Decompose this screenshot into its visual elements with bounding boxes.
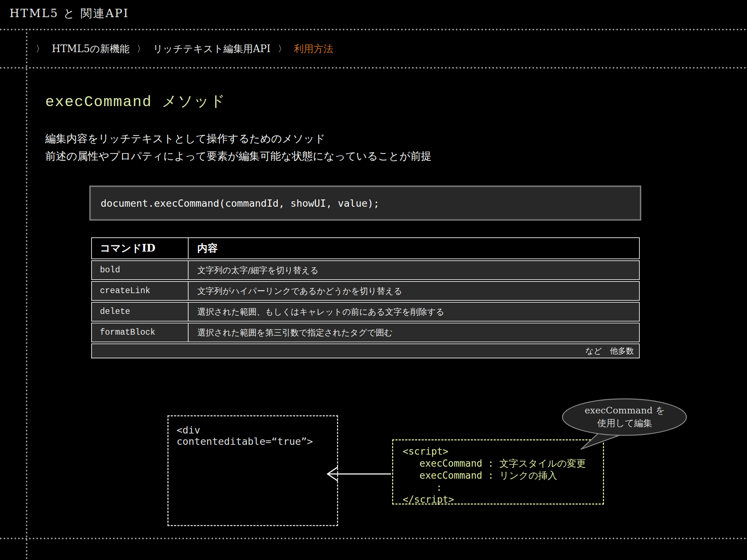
code-snippet-text: document.execCommand(commandId, showUI, … [90, 198, 379, 209]
table-header-command-id: コマンドID [92, 238, 189, 258]
speech-bubble-text: execCommand を 使用して編集 [561, 404, 689, 429]
table-row: bold 文字列の太字/細字を切り替える [91, 260, 640, 280]
code-snippet-box: document.execCommand(commandId, showUI, … [89, 186, 641, 221]
breadcrumb-item-usage-active[interactable]: 利用方法 [294, 42, 333, 55]
table-footer-note: など 他多数 [585, 346, 634, 357]
table-cell-command-id: bold [92, 261, 189, 279]
table-cell-command-id: delete [92, 303, 189, 321]
divider-bottom [0, 538, 747, 539]
speech-bubble-line-1: execCommand を [561, 404, 689, 417]
slide-page: { "page": { "background": "#000000", "ru… [0, 0, 747, 560]
deck-title: HTML5 と 関連API [9, 6, 129, 21]
script-line-execcommand-style: execCommand : 文字スタイルの変更 [403, 458, 603, 470]
chevron-separator-icon: 〉 [137, 43, 146, 55]
table-row: delete 選択された範囲、もしくはキャレットの前にある文字を削除する [91, 302, 640, 322]
table-cell-command-id: formatBlock [92, 323, 189, 342]
page-title: execCommand メソッド [45, 91, 226, 111]
description-line-1: 編集内容をリッチテキストとして操作するためのメソッド [45, 130, 431, 147]
breadcrumb-item-html5-features[interactable]: HTML5の新機能 [52, 42, 129, 55]
table-cell-description: 選択された範囲を第三引数で指定されたタグで囲む [189, 323, 639, 342]
contenteditable-div-box: <div contenteditable=“true”> [167, 415, 338, 526]
command-table: コマンドID 内容 bold 文字列の太字/細字を切り替える createLin… [91, 237, 640, 358]
contenteditable-div-label: <div contenteditable=“true”> [177, 424, 337, 447]
script-line-ellipsis: : [403, 482, 603, 494]
description-text: 編集内容をリッチテキストとして操作するためのメソッド 前述の属性やプロパティによ… [45, 130, 431, 165]
table-cell-description: 文字列の太字/細字を切り替える [189, 261, 639, 279]
speech-bubble-line-2: 使用して編集 [561, 417, 689, 429]
table-header-description: 内容 [189, 238, 639, 258]
divider-breadcrumb [0, 67, 747, 69]
script-line-close-tag: </script> [403, 494, 603, 506]
table-cell-description: 選択された範囲、もしくはキャレットの前にある文字を削除する [189, 303, 639, 321]
script-line-execcommand-link: execCommand : リンクの挿入 [403, 470, 603, 482]
breadcrumb: 〉 HTML5の新機能 〉 リッチテキスト編集用API 〉 利用方法 [36, 42, 333, 55]
divider-top [0, 29, 747, 30]
table-row: formatBlock 選択された範囲を第三引数で指定されたタグで囲む [91, 323, 640, 342]
table-footer-row: など 他多数 [91, 343, 640, 358]
chevron-separator-icon: 〉 [36, 43, 44, 55]
divider-left-vertical [26, 29, 27, 560]
description-line-2: 前述の属性やプロパティによって要素が編集可能な状態になっていることが前提 [45, 147, 431, 165]
table-cell-description: 文字列がハイパーリンクであるかどうかを切り替える [189, 282, 639, 300]
breadcrumb-item-richtext-api[interactable]: リッチテキスト編集用API [153, 42, 271, 55]
left-arrow-icon [322, 464, 393, 484]
table-header-row: コマンドID 内容 [91, 237, 640, 259]
table-row: createLink 文字列がハイパーリンクであるかどうかを切り替える [91, 281, 640, 301]
table-cell-command-id: createLink [92, 282, 189, 300]
chevron-separator-icon: 〉 [278, 43, 287, 55]
